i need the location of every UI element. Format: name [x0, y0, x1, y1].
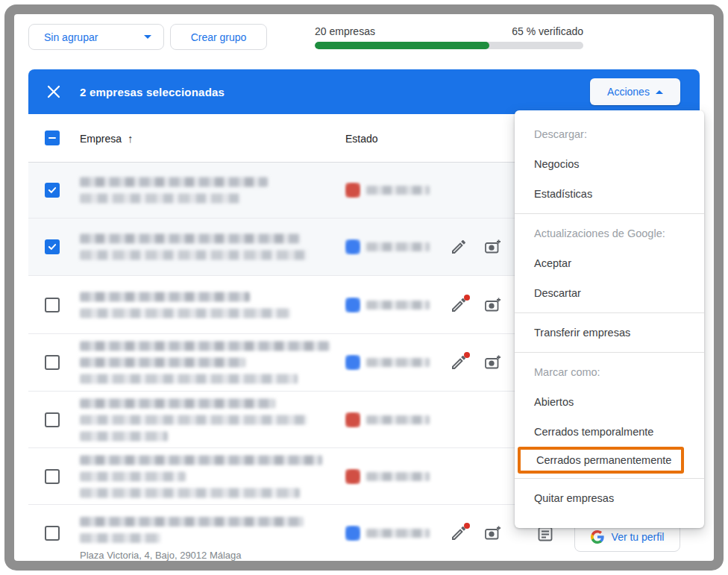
select-all-checkbox[interactable] [45, 131, 60, 145]
status-suspended-icon [345, 469, 360, 484]
column-header-estado[interactable]: Estado [345, 114, 378, 163]
page-content: Sin agrupar Crear grupo 20 empresas 65 %… [14, 14, 714, 561]
add-photo-icon[interactable] [484, 524, 502, 542]
menu-header-descargar: Descargar: [515, 119, 704, 149]
sort-ascending-icon: ↑ [128, 132, 134, 145]
edit-icon[interactable] [450, 354, 468, 371]
google-g-icon [591, 530, 604, 544]
redacted-status-text [366, 472, 430, 481]
menu-divider [515, 213, 704, 214]
screenshot-canvas: Sin agrupar Crear grupo 20 empresas 65 %… [0, 0, 728, 575]
row-checkbox[interactable] [45, 412, 60, 427]
redacted-status-text [366, 358, 430, 367]
redacted-status-text [366, 242, 430, 251]
verified-percent-label: 65 % verificado [315, 25, 583, 37]
redacted-business-name [80, 177, 268, 204]
status-suspended-icon [345, 183, 360, 198]
redacted-business-name: Plaza Victoria, 4, Bajo, 29012 Málaga [80, 517, 304, 561]
row-checkbox[interactable] [45, 469, 60, 484]
add-photo-icon[interactable] [484, 296, 502, 314]
add-photo-icon[interactable] [484, 238, 502, 256]
status-badge [345, 298, 430, 312]
menu-divider [515, 312, 704, 313]
row-checkbox[interactable] [45, 239, 60, 254]
status-verified-icon [345, 355, 360, 370]
menu-item-quitar-empresas[interactable]: Quitar empresas [515, 483, 704, 513]
edit-icon[interactable] [450, 296, 468, 314]
column-header-empresa[interactable]: Empresa ↑ [80, 114, 134, 163]
redacted-business-name [80, 398, 307, 441]
redacted-business-name [80, 342, 330, 384]
alert-dot-icon [464, 523, 470, 529]
status-verified-icon [345, 298, 360, 312]
menu-item-cerrados-permanentemente[interactable]: Cerrados permanentemente [518, 447, 684, 474]
row-checkbox[interactable] [45, 298, 60, 312]
actions-button-label: Acciones [607, 86, 650, 98]
status-badge [345, 412, 430, 427]
row-checkbox[interactable] [45, 355, 60, 370]
status-suspended-icon [345, 412, 360, 427]
redacted-business-name [80, 292, 290, 318]
redacted-status-text [366, 529, 430, 538]
progress-fill [315, 42, 489, 49]
redacted-business-name [80, 455, 322, 497]
menu-item-cerrados-temporalmente[interactable]: Cerrados temporalmente [515, 417, 704, 447]
business-address: Plaza Victoria, 4, Bajo, 29012 Málaga [80, 550, 304, 561]
menu-divider [515, 478, 704, 479]
redacted-status-text [366, 415, 430, 424]
status-badge [345, 239, 430, 254]
menu-header-marcar-como: Marcar como: [515, 357, 704, 387]
status-badge [345, 469, 430, 484]
status-verified-icon [345, 239, 360, 254]
edit-icon[interactable] [450, 238, 468, 256]
redacted-status-text [366, 301, 430, 310]
selection-count-label: 2 empresas seleccionadas [80, 69, 225, 114]
group-filter-label: Sin agrupar [44, 31, 98, 43]
window-frame: Sin agrupar Crear grupo 20 empresas 65 %… [4, 4, 724, 571]
redacted-status-text [366, 186, 430, 195]
menu-item-aceptar[interactable]: Aceptar [515, 248, 704, 278]
alert-dot-icon [464, 352, 470, 358]
group-filter-dropdown[interactable]: Sin agrupar [28, 24, 164, 50]
menu-item-estadisticas[interactable]: Estadísticas [515, 179, 704, 209]
row-checkbox[interactable] [45, 526, 60, 541]
actions-dropdown-menu: Descargar: Negocios Estadísticas Actuali… [515, 110, 704, 528]
chevron-down-icon [144, 35, 151, 39]
menu-header-actualizaciones: Actualizaciones de Google: [515, 219, 704, 248]
status-badge [345, 183, 430, 198]
close-icon[interactable] [46, 84, 61, 99]
row-checkbox[interactable] [45, 183, 60, 198]
menu-item-abiertos[interactable]: Abiertos [515, 387, 704, 417]
menu-item-negocios[interactable]: Negocios [515, 149, 704, 179]
add-photo-icon[interactable] [484, 354, 502, 371]
status-badge [345, 355, 430, 370]
selection-bar: 2 empresas seleccionadas Acciones [28, 69, 700, 114]
menu-item-transferir-empresas[interactable]: Transferir empresas [515, 318, 704, 348]
edit-icon[interactable] [450, 524, 468, 542]
actions-button[interactable]: Acciones [590, 78, 680, 105]
view-profile-label: Ver tu perfil [612, 531, 665, 543]
status-verified-icon [345, 526, 360, 541]
menu-divider [515, 352, 704, 353]
alert-dot-icon [464, 295, 470, 301]
create-group-label: Crear grupo [191, 31, 247, 43]
menu-item-descartar[interactable]: Descartar [515, 278, 704, 308]
verification-progress-bar [315, 42, 583, 49]
redacted-business-name [80, 234, 307, 260]
status-badge [345, 526, 430, 541]
create-group-button[interactable]: Crear grupo [170, 24, 267, 50]
chevron-up-icon [656, 90, 663, 94]
